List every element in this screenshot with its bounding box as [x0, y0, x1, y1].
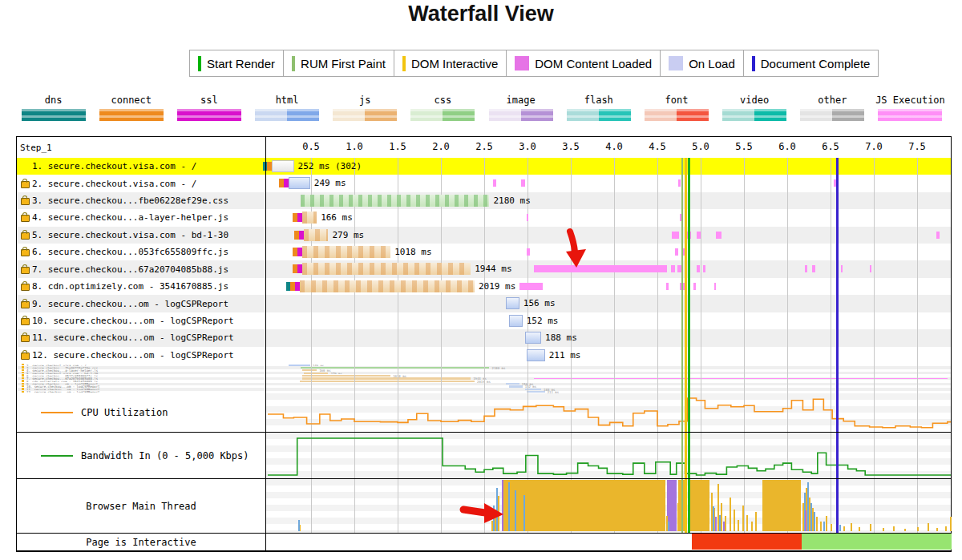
- resource-legend-item: js: [326, 95, 404, 121]
- axis-tick-label: 4.5: [641, 141, 673, 152]
- main-thread-spike: [823, 522, 825, 531]
- request-url: 3. secure.checkou...fbe06228ef29e.css: [32, 195, 228, 206]
- request-time-label: 2019 ms: [479, 281, 515, 292]
- dom-interactive-line: [685, 158, 687, 533]
- start-render-line: [688, 158, 690, 533]
- axis-tick-label: 3.0: [511, 141, 544, 152]
- request-row-label[interactable]: 4. secure.checkou...a-layer-helper.js: [17, 209, 265, 226]
- request-url: 8. cdn.optimizely.com - 3541670885.js: [32, 281, 228, 292]
- resource-legend-item: video: [716, 95, 794, 121]
- axis-tick-label: 7.5: [901, 141, 933, 152]
- request-url: 12. secure.checkou...om - logCSPReport: [32, 350, 234, 361]
- js-exec-segment: [527, 248, 530, 256]
- request-bar: [301, 195, 489, 207]
- page-interactive-label-text: Page is Interactive: [86, 537, 196, 548]
- main-thread-spike: [816, 517, 818, 531]
- mini-request-bar: [289, 365, 310, 366]
- request-bar: [300, 280, 475, 292]
- mini-lock-icon: [22, 388, 24, 389]
- js-exec-segment: [716, 232, 721, 239]
- request-row-label[interactable]: 1. secure.checkout.visa.com - /: [17, 158, 265, 175]
- request-bar: [509, 315, 522, 327]
- lock-icon: [21, 335, 30, 342]
- main-thread-spike: [831, 524, 832, 531]
- mini-request-label: 12. secure.checkou...om - logCSPReport: [26, 390, 264, 393]
- resource-legend-item: flash: [560, 95, 637, 121]
- event-legend-item: RUM First Paint: [284, 50, 394, 76]
- event-legend-label: Document Complete: [761, 57, 871, 71]
- mini-request-bar: [304, 373, 328, 374]
- request-row-label[interactable]: 3. secure.checkou...fbe06228ef29e.css: [17, 192, 265, 209]
- js-exec-segment: [714, 283, 716, 290]
- mini-request-time: 1018 ms: [393, 374, 406, 377]
- resource-swatch-ssl: [177, 109, 241, 121]
- resource-legend-item: connect: [92, 95, 170, 121]
- axis-tick-label: 5.0: [685, 141, 717, 152]
- row-chart-bg: [266, 158, 951, 175]
- js-exec-segment: [527, 214, 528, 221]
- lock-icon: [21, 181, 30, 188]
- request-bar: [525, 332, 541, 344]
- main-thread-spike: [883, 528, 884, 531]
- main-thread-spike: [719, 515, 721, 531]
- resource-swatch-css: [410, 109, 475, 121]
- page-title: Waterfall View: [0, 2, 962, 26]
- request-bar: [304, 229, 328, 241]
- mini-request-time: 2180 ms: [491, 366, 505, 369]
- row-chart-bg: [266, 329, 951, 346]
- mini-request-time: 152 ms: [525, 385, 536, 387]
- resource-swatch-js: [333, 109, 397, 121]
- rum-first-paint-marker-icon: [292, 56, 295, 71]
- request-row-label[interactable]: 5. secure.checkout.visa.com - bd-1-30: [17, 227, 265, 244]
- bandwidth-in-label: Bandwidth In (0 - 5,000 Kbps): [17, 433, 265, 478]
- request-bar: [302, 263, 471, 275]
- main-thread-spike: [677, 503, 679, 531]
- request-row-label[interactable]: 7. secure.checkou...67a20704085b88.js: [17, 260, 265, 277]
- main-thread-block: [503, 480, 665, 531]
- request-row-label[interactable]: 10. secure.checkou...om - logCSPReport: [17, 312, 265, 329]
- request-time-label: 252 ms (302): [298, 161, 362, 171]
- js-exec-segment: [521, 179, 524, 187]
- request-bar: [302, 246, 390, 258]
- main-thread-spike: [807, 482, 809, 531]
- main-thread-spike: [843, 526, 845, 531]
- mini-lock-icon: [22, 364, 24, 365]
- page-interactive-label: Page is Interactive: [17, 534, 265, 550]
- main-thread-spike: [742, 506, 744, 531]
- request-bar: [272, 160, 293, 172]
- main-thread-spike: [851, 523, 852, 531]
- mini-request-bar: [300, 381, 475, 382]
- main-thread-spike: [496, 488, 498, 531]
- axis-tick-label: 0.5: [295, 141, 327, 152]
- mini-request-bar: [302, 377, 471, 379]
- mini-request-bar: [302, 369, 317, 371]
- request-row-label[interactable]: 6. secure.checkou...053fc655809ffc.js: [17, 244, 265, 260]
- resource-legend-item: html: [249, 95, 326, 121]
- main-thread-spike: [738, 520, 739, 531]
- browser-main-thread-label-text: Browser Main Thread: [86, 501, 196, 512]
- request-row-label[interactable]: 11. secure.checkou...om - logCSPReport: [17, 329, 265, 346]
- js-exec-segment: [671, 265, 674, 272]
- mini-lock-icon: [22, 391, 24, 393]
- request-row-label[interactable]: 2. secure.checkout.visa.com - /: [17, 175, 265, 191]
- request-row-label[interactable]: 12. secure.checkou...om - logCSPReport: [17, 347, 265, 364]
- resource-legend-label: video: [740, 95, 769, 106]
- lock-icon: [21, 318, 30, 325]
- row-chart-bg: [266, 347, 951, 364]
- row-chart-bg: [266, 295, 951, 312]
- dom-interactive-marker-icon: [402, 56, 406, 71]
- lock-icon: [21, 198, 30, 205]
- mini-lock-icon: [22, 374, 24, 376]
- request-row-label[interactable]: 8. cdn.optimizely.com - 3541670885.js: [17, 278, 265, 295]
- row-chart-bg: [266, 175, 951, 191]
- request-bar: [506, 297, 519, 309]
- resource-legend-item: dns: [14, 95, 92, 121]
- mini-request-bar: [506, 383, 519, 385]
- main-thread-spike: [805, 510, 806, 531]
- row-chart-bg: [266, 227, 951, 244]
- axis-tick-label: 3.5: [555, 141, 587, 152]
- request-row-label[interactable]: 9. secure.checkou...om - logCSPReport: [17, 295, 265, 312]
- js-exec-segment: [697, 232, 701, 239]
- page-interactive-busy-segment: [692, 534, 802, 550]
- axis-tick-label: 6.5: [814, 141, 847, 152]
